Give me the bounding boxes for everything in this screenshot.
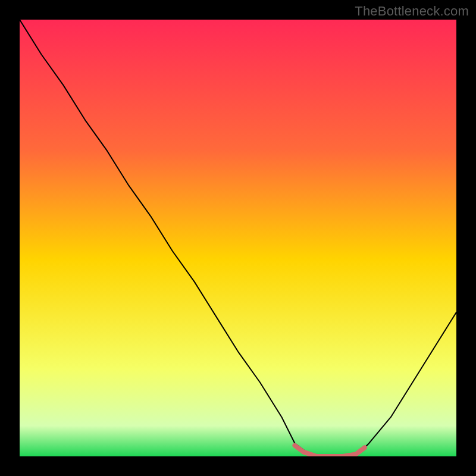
watermark-label: TheBottleneck.com bbox=[355, 4, 469, 19]
chart-svg bbox=[20, 20, 456, 456]
root-frame: TheBottleneck.com bbox=[0, 0, 476, 476]
chart-plot bbox=[20, 20, 456, 456]
chart-background bbox=[20, 20, 456, 456]
